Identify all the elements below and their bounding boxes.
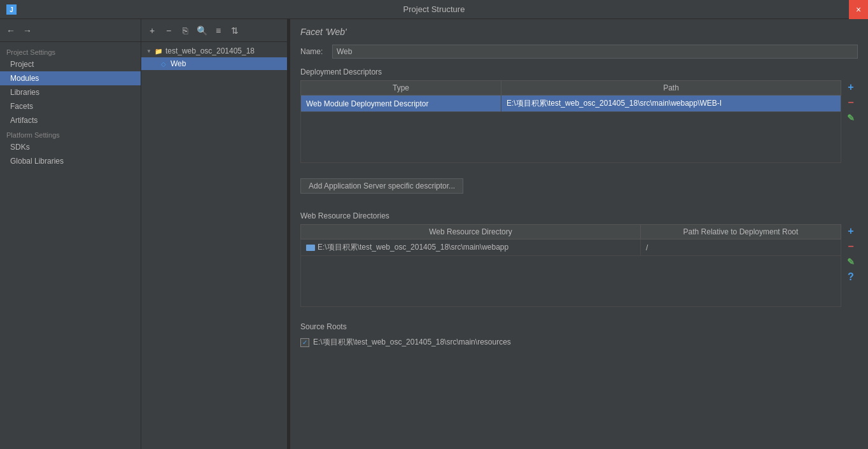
tree-child-item[interactable]: ◇ Web [141, 57, 287, 70]
resource-edit-button[interactable]: ✎ [844, 255, 858, 269]
tree-copy-button[interactable]: ⎘ [178, 24, 192, 38]
web-resource-table-wrapper: Web Resource Directory Path Relative to … [300, 224, 841, 313]
tree-content: ▼ 📁 test_web_osc_201405_18 ◇ Web [141, 42, 287, 449]
descriptor-remove-button[interactable]: − [844, 96, 858, 110]
window-title: Project Structure [403, 4, 465, 14]
back-button[interactable]: ← [4, 24, 18, 38]
collapse-triangle: ▼ [146, 48, 151, 54]
web-resource-table: Web Resource Directory Path Relative to … [300, 224, 841, 307]
source-root-checkbox[interactable]: ✓ [300, 338, 309, 347]
close-button[interactable]: × [849, 0, 868, 19]
name-label: Name: [300, 47, 332, 56]
nav-tree: Project Settings Project Modules Librari… [0, 42, 141, 449]
deployment-descriptors-table: Type Path Web Module Deployment Descript… [300, 80, 841, 163]
web-resource-dir-header: Web Resource Directory [301, 225, 641, 239]
tree-toolbar: + − ⎘ 🔍 ≡ ⇅ [141, 19, 287, 42]
source-roots-title: Source Roots [300, 322, 858, 331]
type-column-header: Type [301, 81, 501, 96]
name-row: Name: [300, 45, 858, 59]
tree-panel: + − ⎘ 🔍 ≡ ⇅ ▼ 📁 test_web_osc_201405_18 ◇… [141, 19, 288, 449]
tree-add-button[interactable]: + [145, 24, 159, 38]
deployment-descriptors-table-wrapper: Type Path Web Module Deployment Descript… [300, 80, 841, 169]
folder-icon-small [306, 245, 315, 251]
source-roots-section: Source Roots ✓ E:\项目积累\test_web_osc_2014… [300, 322, 858, 350]
tree-move-button[interactable]: ⇅ [228, 24, 242, 38]
table-row[interactable]: E:\项目积累\test_web_osc_201405_18\src\main\… [301, 239, 841, 256]
facet-content: Facet 'Web' Name: Deployment Descriptors… [290, 19, 868, 449]
forward-button[interactable]: → [20, 24, 34, 38]
source-root-item: ✓ E:\项目积累\test_web_osc_201405_18\src\mai… [300, 335, 858, 350]
deployment-descriptors-section: Type Path Web Module Deployment Descript… [300, 80, 858, 169]
path-relative-header: Path Relative to Deployment Root [640, 225, 841, 239]
name-input[interactable] [332, 45, 858, 59]
path-relative-cell: / [640, 239, 841, 256]
descriptor-type-cell: Web Module Deployment Descriptor [301, 96, 501, 112]
tree-remove-button[interactable]: − [162, 24, 176, 38]
folder-icon: 📁 [154, 46, 163, 55]
add-descriptor-button[interactable]: Add Application Server specific descript… [300, 178, 463, 194]
path-column-header: Path [501, 81, 841, 96]
nav-item-global-libraries[interactable]: Global Libraries [0, 154, 141, 168]
source-root-path: E:\项目积累\test_web_osc_201405_18\src\main\… [313, 337, 511, 348]
platform-settings-label: Platform Settings [0, 127, 141, 140]
resource-side-buttons: + − ✎ ? [844, 224, 858, 313]
left-toolbar: ← → [0, 19, 141, 42]
left-panel: ← → Project Settings Project Modules Lib… [0, 19, 141, 449]
nav-item-project[interactable]: Project [0, 57, 141, 71]
descriptor-edit-button[interactable]: ✎ [844, 111, 858, 125]
descriptor-side-buttons: + − ✎ [844, 80, 858, 169]
nav-item-facets[interactable]: Facets [0, 99, 141, 113]
project-settings-label: Project Settings [0, 45, 141, 57]
descriptor-add-button[interactable]: + [844, 80, 858, 94]
web-resource-dir-cell: E:\项目积累\test_web_osc_201405_18\src\main\… [301, 239, 641, 256]
nav-item-modules[interactable]: Modules [0, 71, 141, 85]
tree-root-item[interactable]: ▼ 📁 test_web_osc_201405_18 [141, 45, 287, 57]
tree-sort-button[interactable]: ≡ [211, 24, 225, 38]
nav-item-artifacts[interactable]: Artifacts [0, 113, 141, 127]
resource-add-button[interactable]: + [844, 224, 858, 238]
nav-item-sdks[interactable]: SDKs [0, 140, 141, 154]
title-bar: J Project Structure × [0, 0, 868, 19]
web-facet-icon: ◇ [159, 59, 168, 68]
tree-search-button[interactable]: 🔍 [195, 24, 209, 38]
main-layout: ← → Project Settings Project Modules Lib… [0, 19, 868, 449]
resource-remove-button[interactable]: − [844, 239, 858, 253]
split-layout: + − ⎘ 🔍 ≡ ⇅ ▼ 📁 test_web_osc_201405_18 ◇… [141, 19, 868, 449]
table-row[interactable]: Web Module Deployment Descriptor E:\项目积累… [301, 96, 841, 112]
nav-item-libraries[interactable]: Libraries [0, 85, 141, 99]
deployment-descriptors-title: Deployment Descriptors [300, 68, 858, 76]
app-icon: J [6, 4, 17, 15]
web-resource-directories-title: Web Resource Directories [300, 211, 858, 220]
facet-title: Facet 'Web' [300, 27, 858, 37]
web-resource-directories-section: Web Resource Directory Path Relative to … [300, 224, 858, 313]
resource-help-button[interactable]: ? [844, 270, 858, 284]
tree-child-label: Web [171, 59, 186, 68]
tree-root-label: test_web_osc_201405_18 [165, 46, 255, 55]
descriptor-path-cell: E:\项目积累\test_web_osc_201405_18\src\main\… [501, 96, 841, 112]
